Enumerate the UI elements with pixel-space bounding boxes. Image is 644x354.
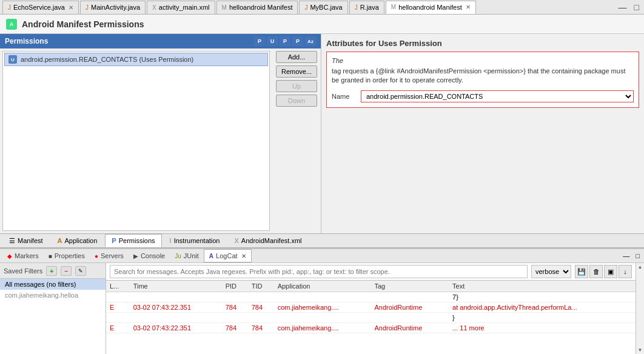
tab-servers[interactable]: ● Servers [90, 249, 129, 262]
logcat-action-buttons: 💾 🗑 ▣ ↓ [575, 265, 632, 278]
logcat-icon: A [209, 253, 213, 259]
perm-icon-p3[interactable]: P [292, 36, 303, 46]
uses-permission-icon: U [8, 55, 17, 64]
tab-junit[interactable]: Ju JUnit [170, 249, 204, 262]
java-icon: J [8, 4, 11, 11]
logcat-split: Saved Filters + − ✎ All messages (no fil… [0, 263, 644, 354]
right-panel: Attributes for Uses Permission The tag r… [321, 34, 644, 233]
perm-icon-u[interactable]: U [267, 36, 278, 46]
scroll-up-arrow[interactable]: ▲ [637, 263, 644, 271]
down-button[interactable]: Down [276, 95, 317, 107]
attributes-section: The tag requests a {@link #AndroidManife… [326, 52, 639, 108]
col-level: L... [106, 281, 130, 292]
add-filter-button[interactable]: + [46, 266, 57, 276]
logcat-scroll-button[interactable]: ↓ [619, 265, 632, 278]
tab-markers[interactable]: ◆ Markers [2, 249, 44, 262]
logcat-minimize-btn[interactable]: — [621, 252, 631, 259]
perm-icon-p2[interactable]: P [280, 36, 290, 46]
manifest-icon: M [391, 4, 396, 10]
logcat-section: ◆ Markers ■ Properties ● Servers ▶ Conso… [0, 248, 644, 354]
close-logcat-icon[interactable]: ✕ [241, 253, 246, 259]
table-row[interactable]: E03-02 07:43:22.351784784com.jiahemeikan… [106, 302, 636, 313]
col-tid: TID [248, 281, 274, 292]
close-tab-icon[interactable]: ✕ [69, 4, 73, 11]
table-row[interactable]: } [106, 313, 636, 323]
window-controls: — □ [616, 2, 642, 12]
name-select[interactable]: android.permission.READ_CONTACTS [361, 90, 634, 102]
application-tab-icon: A [58, 237, 62, 244]
filter-all-messages[interactable]: All messages (no filters) [0, 279, 106, 290]
col-time: Time [130, 281, 222, 292]
permissions-header: Permissions P U P P Az [0, 34, 321, 48]
logcat-search-input[interactable] [110, 265, 528, 278]
verbose-select[interactable]: verbose debug info warn error [531, 265, 571, 278]
tab-mainactivity[interactable]: J MainActivity.java [80, 1, 146, 14]
logcat-toggle-button[interactable]: ▣ [604, 265, 617, 278]
java-icon: J [304, 4, 307, 11]
android-icon: A [6, 19, 17, 30]
col-app: Application [274, 281, 371, 292]
logcat-maximize-btn[interactable]: □ [634, 252, 642, 259]
java-icon: J [355, 4, 358, 11]
remove-button[interactable]: Remove... [276, 65, 317, 78]
perm-icon-az[interactable]: Az [305, 36, 316, 46]
tab-application[interactable]: A Application [51, 234, 104, 247]
permissions-list[interactable]: U android.permission.READ_CONTACTS (Uses… [2, 51, 270, 231]
left-panel: Permissions P U P P Az U android.permiss… [0, 34, 321, 233]
logcat-search-bar: verbose debug info warn error 💾 🗑 ▣ ↓ [106, 263, 636, 281]
up-button[interactable]: Up [276, 80, 317, 92]
logcat-scrollbar[interactable]: ▲ ▼ [636, 263, 644, 354]
xml-icon: X [152, 4, 156, 11]
tab-echoservice[interactable]: J EchoService.java ✕ [2, 1, 79, 14]
close-active-tab-icon[interactable]: ✕ [466, 4, 471, 10]
delete-filter-button[interactable]: − [61, 266, 72, 276]
name-row: Name android.permission.READ_CONTACTS [332, 90, 634, 102]
col-tag: Tag [371, 281, 449, 292]
edit-filter-button[interactable]: ✎ [75, 266, 86, 276]
tab-helloandroid-manifest-1[interactable]: M helloandroid Manifest [216, 1, 298, 14]
logcat-table[interactable]: L... Time PID TID Application Tag Text [106, 281, 636, 354]
tab-instrumentation[interactable]: I Instrumentation [163, 234, 227, 247]
logcat-area: Saved Filters + − ✎ All messages (no fil… [0, 263, 644, 354]
editor-bottom-tabs: ☰ Manifest A Application P Permissions I… [0, 233, 644, 248]
col-pid: PID [222, 281, 248, 292]
filter-app[interactable]: com.jiahemeikang.helloa [0, 290, 106, 301]
table-row[interactable]: 7} [106, 292, 636, 302]
junit-icon: Ju [175, 253, 181, 259]
logcat-clear-button[interactable]: 🗑 [589, 265, 603, 278]
tool-tabs: ◆ Markers ■ Properties ● Servers ▶ Conso… [0, 249, 644, 263]
editor-tab-bar: J EchoService.java ✕ J MainActivity.java… [0, 0, 644, 15]
logcat-win-controls: — □ [621, 252, 642, 259]
tab-manifest[interactable]: ☰ Manifest [2, 234, 50, 247]
name-label: Name [332, 93, 356, 100]
permissions-tab-icon: P [112, 237, 116, 244]
manifest-icon: M [222, 4, 227, 11]
permission-item-text: android.permission.READ_CONTACTS (Uses P… [21, 56, 193, 63]
table-row[interactable]: E03-02 07:43:22.351784784com.jiahemeikan… [106, 323, 636, 333]
tab-activity-main-xml[interactable]: X activity_main.xml [147, 1, 215, 14]
the-label: The [332, 57, 634, 64]
scroll-down-arrow[interactable]: ▼ [637, 346, 644, 354]
tab-androidmanifest-xml[interactable]: X AndroidManifest.xml [228, 234, 309, 247]
manifest-title-bar: A Android Manifest Permissions [0, 15, 644, 34]
saved-filters-toolbar: Saved Filters + − ✎ [0, 263, 106, 279]
add-button[interactable]: Add... [276, 51, 317, 63]
tab-console[interactable]: ▶ Console [129, 249, 170, 262]
properties-icon: ■ [49, 253, 52, 259]
androidmanifest-tab-icon: X [235, 237, 239, 244]
tab-logcat[interactable]: A LogCat ✕ [204, 249, 252, 262]
perm-icon-p[interactable]: P [254, 36, 265, 46]
tab-helloandroid-manifest-2[interactable]: M helloandroid Manifest ✕ [386, 1, 476, 14]
tab-permissions[interactable]: P Permissions [105, 234, 161, 247]
permissions-icon-bar: P U P P Az [254, 36, 316, 46]
logcat-save-button[interactable]: 💾 [575, 265, 588, 278]
permissions-content: U android.permission.READ_CONTACTS (Uses… [0, 48, 321, 233]
tab-mybc[interactable]: J MyBC.java [299, 1, 347, 14]
console-icon: ▶ [133, 253, 138, 259]
maximize-button[interactable]: □ [632, 2, 642, 12]
markers-icon: ◆ [7, 253, 12, 259]
permission-item[interactable]: U android.permission.READ_CONTACTS (Uses… [4, 53, 268, 66]
tab-r-java[interactable]: J R.java [349, 1, 384, 14]
minimize-button[interactable]: — [616, 2, 629, 12]
tab-properties[interactable]: ■ Properties [44, 249, 90, 262]
